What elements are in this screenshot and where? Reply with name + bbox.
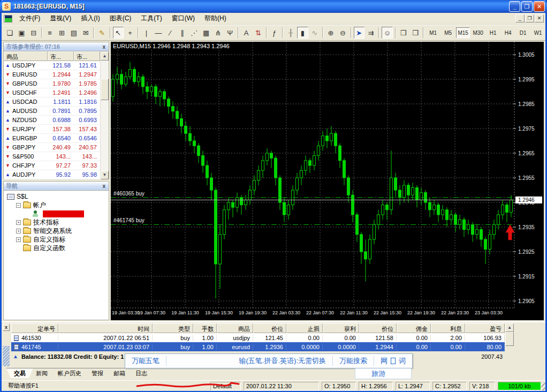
terminal-scroll-thumb[interactable] [505,332,514,346]
minimize-button[interactable]: _ [509,1,520,12]
navigator-item-智能交易系统[interactable]: +智能交易系统 [4,227,109,235]
navigator-item-S$L[interactable]: S$L [4,192,109,201]
chart-profile[interactable]: Default [210,382,241,390]
ime-page-icon[interactable] [391,358,396,364]
market-watch-toggle-icon[interactable]: ≡ [44,27,55,39]
tree-expander-icon[interactable]: + [16,229,21,233]
navigator-item-自定义指标[interactable]: +自定义指标 [4,235,109,244]
text-label-icon[interactable]: A [241,27,252,39]
ime-engine-label[interactable]: 万能五笔 [125,356,166,366]
tab-交易[interactable]: 交易 [6,368,33,378]
tab-日志[interactable]: 日志 [128,368,155,378]
terminal-column-header[interactable]: 价位 [359,323,397,333]
draw-pencil-icon[interactable]: ✎ [96,27,107,39]
indicators-icon[interactable]: ƒ [269,27,280,39]
save-icon[interactable]: ▣ [16,27,27,39]
terminal-close-icon[interactable]: x [3,324,10,331]
navigator-close-icon[interactable]: x [101,183,107,189]
market-watch-column-header[interactable]: 市... [48,51,74,61]
menu-item-5[interactable]: 窗口(W) [167,13,200,24]
terminal-scroll-up-button[interactable]: ▲ [505,323,514,332]
auto-scroll-icon[interactable]: ➤ [354,27,364,39]
scroll-down-button[interactable]: ▼ [101,171,109,179]
ime-net-label[interactable]: 网 [374,356,389,366]
chart-shift-icon[interactable]: ⇉ [366,27,376,39]
horizontal-line-icon[interactable]: — [153,27,164,39]
timeframe-m5-button[interactable]: M5 [441,27,455,38]
ime-toolbar[interactable]: 万能五笔 输(五笔.拼音.英语):无需切换 万能搜索 网 词 [125,353,413,368]
scroll-up-button[interactable]: ▲ [101,52,109,61]
andrews-pitchfork-icon[interactable]: ⋔ [212,27,223,39]
new-chart-window-icon[interactable]: ❒ [398,27,409,39]
child-restore-button[interactable]: ❐ [525,14,534,22]
timeframe-m1-button[interactable]: M1 [426,27,440,38]
terminal-column-header[interactable]: 定单号 [11,323,58,333]
market-watch-column-header[interactable]: 市... [74,51,100,61]
terminal-column-header[interactable]: 时间 [58,323,153,333]
market-watch-row[interactable]: ▲EURGBP0.65400.6546 [4,134,109,143]
terminal-column-header[interactable]: 价位 [253,323,286,333]
bar-chart-mode-icon[interactable]: ╂ [285,27,296,39]
market-watch-row[interactable]: ▲AUDUSD0.78910.7895 [4,107,109,116]
ime-word-label[interactable]: 词 [398,356,412,366]
market-watch-header[interactable]: 市场参考报价: 07:16 x [4,42,109,51]
terminal-toggle-icon[interactable]: ▤ [69,27,79,39]
market-watch-row[interactable]: ▲USDJPY121.58121.61 [4,61,109,70]
data-window-toggle-icon[interactable]: ⊞ [56,27,67,39]
cycle-lines-icon[interactable]: Ψ [225,27,235,39]
chart-mdi-icon[interactable] [4,15,12,22]
timeframe-m30-button[interactable]: M30 [471,27,485,38]
terminal-column-header[interactable]: 利息 [431,323,465,333]
line-chart-mode-icon[interactable]: ∿ [309,27,320,39]
order-row[interactable]: 4617452007.01.23 03:07buy1.00eurusd1.293… [11,342,505,351]
zoom-in-icon[interactable]: ⊕ [325,27,336,39]
fibonacci-retracement-icon[interactable]: ⋰ [189,27,200,39]
terminal-column-header[interactable]: 佣金 [397,323,431,333]
terminal-scrollbar[interactable]: ▲ [505,323,514,366]
title-bar[interactable]: S 181663:[EURUSD, M15] _ ❐ ✕ [0,0,547,13]
navigator-header[interactable]: 导航 x [4,182,109,191]
market-watch-column-header[interactable]: 商品 [4,51,48,61]
market-watch-row[interactable]: ▼GBPJPY240.49240.57 [4,143,109,152]
timeframe-w1-button[interactable]: W1 [531,27,545,38]
print-icon[interactable]: ⊟ [28,27,39,39]
menu-item-0[interactable]: 文件(F) [14,13,45,24]
trendline-icon[interactable]: ∕ [165,27,176,39]
scroll-thumb[interactable] [101,79,109,100]
grid-tool-icon[interactable]: ▦ [201,27,211,39]
terminal-drag-handle[interactable] [3,346,10,366]
market-watch-row[interactable]: ▼EURJPY157.38157.43 [4,125,109,134]
profiles-icon[interactable]: ❒ [410,27,421,39]
new-chart-icon[interactable]: ❏ [4,27,15,39]
zoom-out-icon[interactable]: ⊖ [337,27,348,39]
order-row[interactable]: 4615302007.01.22 06:51buy1.00usdjpy121.4… [11,333,505,342]
tree-expander-icon[interactable]: − [16,203,21,208]
expert-advisors-icon[interactable]: ☺ [382,27,392,39]
ime-candidate-popup[interactable]: 旅游 [355,368,412,379]
candlestick-mode-icon[interactable]: ▮ [297,27,308,39]
navigator-item[interactable] [4,209,109,218]
close-button[interactable]: ✕ [534,1,545,12]
cursor-icon[interactable]: ↖ [113,27,124,39]
market-watch-row[interactable]: ▼S&P500143...143... [4,152,109,161]
market-watch-row[interactable]: ▲AUDJPY95.9295.98 [4,170,109,179]
restore-button[interactable]: ❐ [521,1,533,12]
market-watch-close-icon[interactable]: x [101,44,107,50]
equidistant-channel-icon[interactable]: ∥ [177,27,187,39]
navigator-item-帐户[interactable]: −帐户 [4,201,109,209]
market-watch-row[interactable]: ▼USDCHF1.24911.2496 [4,88,109,97]
tab-帐户历史[interactable]: 帐户历史 [50,368,89,378]
market-watch-row[interactable]: ▲NZDUSD0.69880.6993 [4,116,109,125]
timeframe-h1-button[interactable]: H1 [486,27,500,38]
crosshair-icon[interactable]: + [125,27,135,39]
tree-expander-icon[interactable]: + [16,220,21,225]
arrow-objects-icon[interactable]: ⇅ [253,27,263,39]
menu-item-6[interactable]: 帮助(H) [200,13,231,24]
timeframe-h4-button[interactable]: H4 [501,27,515,38]
terminal-column-header[interactable]: 类型 [153,323,193,333]
timeframe-d1-button[interactable]: D1 [516,27,530,38]
terminal-column-header[interactable]: 手数 [193,323,217,333]
menu-item-1[interactable]: 显视(V) [45,13,76,24]
ime-search-label[interactable]: 万能搜索 [333,356,374,366]
new-order-icon[interactable]: ✉ [80,27,91,39]
